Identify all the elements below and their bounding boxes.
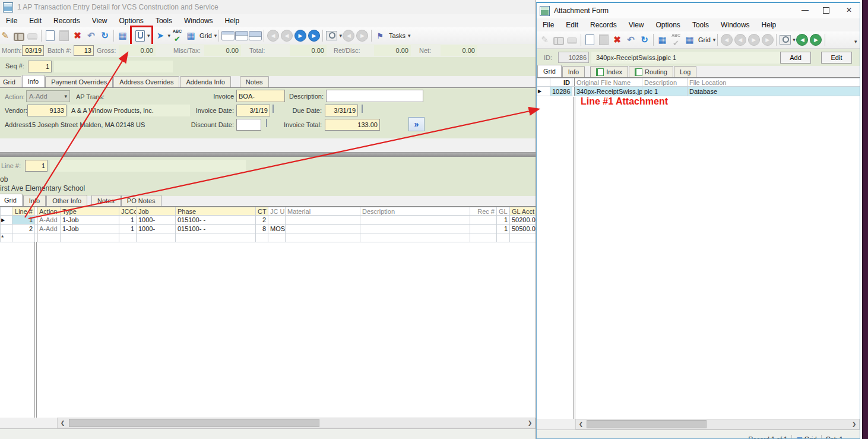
col-original-file-name[interactable]: Original File Name — [575, 78, 642, 87]
calculator-icon[interactable]: ▦ — [116, 29, 129, 43]
close-button[interactable]: ✕ — [839, 3, 859, 17]
menu-windows[interactable]: Windows — [715, 18, 756, 31]
record-last-icon[interactable]: ▶ — [809, 33, 823, 47]
grid-cell[interactable]: A-Add — [37, 225, 61, 233]
scroll-left-icon[interactable]: ❮ — [576, 419, 586, 429]
menu-records[interactable]: Records — [584, 18, 623, 31]
tasks-flag-icon[interactable]: ⚑ — [373, 29, 387, 43]
vendor-field[interactable]: 9133 — [27, 105, 66, 116]
menu-tools[interactable]: Tools — [686, 18, 715, 31]
preview-icon[interactable] — [325, 29, 338, 43]
menu-options[interactable]: Options — [650, 18, 686, 31]
grid-cell[interactable]: 1 — [497, 216, 510, 225]
tab-grid[interactable]: Grid — [0, 76, 21, 87]
grid-cell[interactable]: 2 — [256, 216, 268, 225]
grid-cell[interactable] — [470, 225, 497, 233]
col-material[interactable]: Material — [286, 207, 360, 216]
minimize-button[interactable]: — — [796, 3, 814, 17]
preview-icon[interactable] — [778, 33, 792, 47]
save-icon[interactable] — [57, 29, 71, 43]
nav-prev-icon[interactable]: ◀ — [280, 29, 293, 43]
save-icon[interactable] — [597, 33, 610, 47]
discount-date-calendar-icon[interactable] — [266, 119, 267, 127]
grid-view-icon[interactable]: ▦ — [184, 29, 198, 43]
menu-help[interactable]: Help — [756, 18, 783, 31]
grid-cell[interactable]: 1 — [497, 225, 510, 233]
lines-grid-hscrollbar[interactable]: ❮ ❯ — [57, 418, 536, 428]
col-rec[interactable]: Rec # — [470, 207, 497, 216]
tab-address-overrides[interactable]: Address Overrides — [113, 76, 179, 87]
menu-view[interactable]: View — [623, 18, 650, 31]
month-field[interactable]: 03/19 — [22, 45, 44, 56]
tab-addenda-info[interactable]: Addenda Info — [180, 76, 230, 87]
col-line[interactable]: Line # — [12, 207, 35, 216]
due-date-calendar-icon[interactable] — [362, 105, 363, 113]
col-description[interactable]: Description — [360, 207, 470, 216]
record-first-icon[interactable]: ◀ — [796, 33, 809, 47]
invoice-field[interactable]: BOA- — [236, 90, 285, 102]
tab-other-info[interactable]: Other Info — [46, 195, 87, 206]
add-button[interactable]: Add — [780, 52, 811, 64]
tab-index[interactable]: Index — [590, 66, 628, 77]
refresh-icon[interactable]: ↻ — [98, 29, 112, 43]
nav-prev-icon[interactable]: ◀ — [733, 33, 747, 47]
grid-cell[interactable]: 1000- — [137, 225, 176, 233]
seq-field[interactable]: 1 — [28, 61, 52, 72]
action-dropdown[interactable]: A-Add▾ — [26, 90, 70, 102]
col-ct[interactable]: CT — [256, 207, 268, 216]
stamp-icon[interactable] — [26, 29, 39, 43]
attachment-hscrollbar[interactable]: ❮ ❯ — [575, 419, 860, 429]
layout-middle-icon[interactable] — [235, 29, 248, 43]
line-number-field[interactable]: 1 — [25, 160, 47, 172]
undo-icon[interactable]: ↶ — [624, 33, 638, 47]
description-field[interactable] — [326, 90, 423, 102]
tab-lines-info[interactable]: Info — [23, 195, 46, 206]
tab-lines-notes[interactable]: Notes — [91, 195, 121, 206]
tab-log[interactable]: Log — [674, 66, 696, 77]
nav-last-icon[interactable]: ▶ — [761, 33, 774, 47]
grid-cell[interactable]: 1000- — [137, 216, 176, 225]
menu-view[interactable]: View — [86, 14, 113, 27]
nav-first-icon[interactable]: ◀ — [720, 33, 733, 47]
table-row[interactable]: 2 A-Add 1-Job 1 1000- 015100- - 8 MOS 1 … — [1, 225, 536, 233]
nav-last-icon[interactable]: ▶ — [307, 29, 321, 43]
tab-payment-overrides[interactable]: Payment Overrides — [45, 76, 113, 87]
expand-lines-button[interactable]: » — [408, 117, 425, 131]
layout-top-icon[interactable] — [221, 29, 235, 43]
col-glacct[interactable]: GL Acct — [510, 207, 536, 216]
grid-cell[interactable]: A-Add — [37, 216, 61, 225]
grid-cell[interactable]: 1-Job — [61, 216, 119, 225]
grid-cell[interactable] — [286, 225, 360, 233]
col-jcum[interactable]: JC UM — [268, 207, 286, 216]
record-next-icon[interactable]: ▶ — [356, 29, 369, 43]
grid-cell[interactable] — [286, 216, 360, 225]
table-row-new[interactable]: * — [1, 233, 536, 242]
attachment-icon[interactable] — [133, 29, 147, 43]
binoculars-icon[interactable] — [12, 29, 26, 43]
invoice-date-calendar-icon[interactable] — [273, 105, 274, 113]
col-file-location[interactable]: File Location — [688, 78, 860, 87]
layout-bottom-icon[interactable] — [248, 29, 262, 43]
tab-notes[interactable]: Notes — [240, 76, 269, 87]
grid-cell[interactable] — [360, 225, 470, 233]
tab-po-notes[interactable]: PO Notes — [121, 195, 161, 206]
grid-cell[interactable]: 015100- - — [176, 216, 256, 225]
undo-icon[interactable]: ↶ — [84, 29, 98, 43]
tab-attachment-grid[interactable]: Grid — [537, 65, 562, 77]
grid-cell[interactable]: 015100- - — [176, 225, 256, 233]
tasks-dropdown-icon[interactable]: ▾ — [408, 33, 411, 39]
nav-next-icon[interactable]: ▶ — [293, 29, 307, 43]
table-row[interactable]: ▶ 1 A-Add 1-Job 1 1000- 015100- - 2 1 50… — [1, 216, 536, 225]
stamp-icon[interactable] — [565, 33, 579, 47]
menu-file[interactable]: File — [537, 18, 560, 31]
spellcheck-icon[interactable]: ABC✔ — [170, 29, 184, 43]
grid-cell[interactable]: 1-Job — [61, 225, 119, 233]
toolbar-overflow-icon[interactable]: ▾ — [854, 39, 857, 45]
grid-cell[interactable]: 50500.0101 — [510, 225, 536, 233]
grid-cell[interactable]: Database — [688, 87, 860, 96]
edit-pen-icon[interactable]: ✎ — [0, 29, 12, 43]
delete-icon[interactable]: ✖ — [71, 29, 84, 43]
col-type[interactable]: Type — [61, 207, 119, 216]
nav-first-icon[interactable]: ◀ — [266, 29, 280, 43]
col-description[interactable]: Description — [642, 78, 688, 87]
